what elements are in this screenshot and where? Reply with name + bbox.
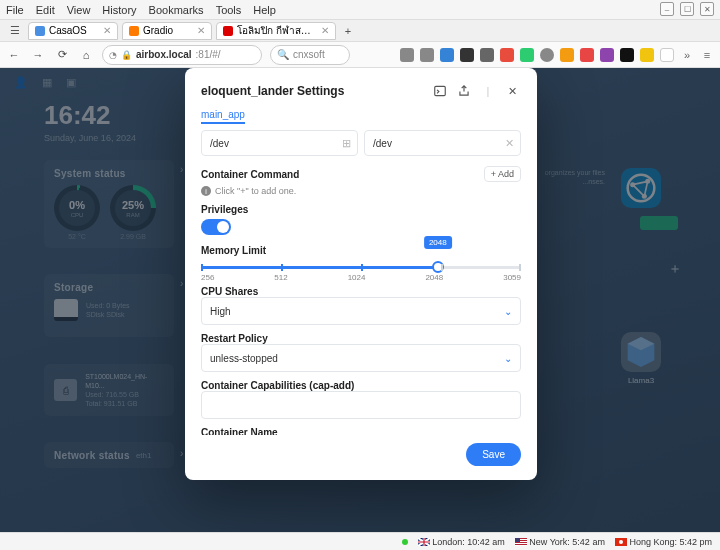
city-time: 10:42 am xyxy=(467,537,505,547)
window-close-button[interactable]: ✕ xyxy=(700,2,714,16)
extension-icons: » ≡ xyxy=(400,48,714,62)
extension-icon[interactable] xyxy=(480,48,494,62)
download-icon[interactable] xyxy=(400,48,414,62)
svg-rect-10 xyxy=(515,545,527,546)
window-maximize-button[interactable]: ☐ xyxy=(680,2,694,16)
memory-limit-slider[interactable]: 2048 256 512 1024 2048 3059 xyxy=(201,256,521,286)
clear-icon[interactable]: ✕ xyxy=(505,137,514,150)
tab-title: โอลิมปิก กีฬาสนามอินท์ ท่... xyxy=(237,23,317,38)
modal-header: eloquent_lander Settings | ✕ xyxy=(185,68,537,108)
input-value: /dev xyxy=(210,138,229,149)
cpu-shares-label: CPU Shares xyxy=(201,286,521,297)
window-minimize-button[interactable]: – xyxy=(660,2,674,16)
search-placeholder: cnxsoft xyxy=(293,49,325,60)
svg-rect-9 xyxy=(515,543,527,544)
ublock-icon[interactable] xyxy=(500,48,514,62)
favicon-icon xyxy=(35,26,45,36)
search-icon: 🔍 xyxy=(277,49,289,60)
divider: | xyxy=(479,82,497,100)
tab-close-icon[interactable]: ✕ xyxy=(197,25,205,36)
favicon-icon xyxy=(223,26,233,36)
download-tray-icon[interactable] xyxy=(420,48,434,62)
menu-bookmarks[interactable]: Bookmarks xyxy=(149,4,204,16)
extension-icon[interactable] xyxy=(520,48,534,62)
input-value: /dev xyxy=(373,138,392,149)
menu-edit[interactable]: Edit xyxy=(36,4,55,16)
select-value: High xyxy=(210,306,231,317)
nav-forward-button[interactable]: → xyxy=(30,47,46,63)
nav-back-button[interactable]: ← xyxy=(6,47,22,63)
city-time: 5:42 am xyxy=(572,537,605,547)
sidebar-toggle-icon[interactable]: ☰ xyxy=(6,23,24,39)
tab-casaos[interactable]: CasaOS ✕ xyxy=(28,22,118,40)
menu-tools[interactable]: Tools xyxy=(216,4,242,16)
extension-icon[interactable] xyxy=(560,48,574,62)
browser-tabstrip: ☰ CasaOS ✕ Gradio ✕ โอลิมปิก กีฬาสนามอิน… xyxy=(0,20,720,42)
hint-text: Click "+" to add one. xyxy=(215,186,296,196)
tab-close-icon[interactable]: ✕ xyxy=(321,25,329,36)
overflow-chevron-icon[interactable]: » xyxy=(680,48,694,62)
privileges-label: Privileges xyxy=(201,204,521,215)
url-input[interactable]: ◔ 🔒 airbox.local:81/#/ xyxy=(102,45,262,65)
device-row: /dev ⊞ /dev ✕ xyxy=(201,130,521,156)
tab-olympics[interactable]: โอลิมปิก กีฬาสนามอินท์ ท่... ✕ xyxy=(216,22,336,40)
tick-label: 512 xyxy=(274,273,287,282)
privileges-toggle[interactable] xyxy=(201,219,231,235)
slider-tick xyxy=(201,264,203,271)
extension-icon[interactable] xyxy=(440,48,454,62)
noscript-icon[interactable] xyxy=(540,48,554,62)
svg-rect-11 xyxy=(515,538,520,542)
nav-reload-button[interactable]: ⟳ xyxy=(54,47,70,63)
tab-close-icon[interactable]: ✕ xyxy=(103,25,111,36)
us-flag-icon xyxy=(515,538,527,546)
menu-file[interactable]: File xyxy=(6,4,24,16)
clear-icon[interactable]: ⊞ xyxy=(342,137,351,150)
slider-tick xyxy=(281,264,283,271)
tab-gradio[interactable]: Gradio ✕ xyxy=(122,22,212,40)
tick-label: 1024 xyxy=(348,273,366,282)
search-input[interactable]: 🔍 cnxsoft xyxy=(270,45,350,65)
menu-help[interactable]: Help xyxy=(253,4,276,16)
nav-home-button[interactable]: ⌂ xyxy=(78,47,94,63)
uk-flag-icon xyxy=(418,538,430,546)
ublock-origin-icon[interactable] xyxy=(580,48,594,62)
cpu-shares-select[interactable]: High ⌄ xyxy=(201,297,521,325)
shield-icon: ◔ xyxy=(109,50,117,60)
chevron-down-icon: ⌄ xyxy=(504,306,512,317)
extension-icon[interactable] xyxy=(600,48,614,62)
capabilities-label: Container Capabilities (cap-add) xyxy=(201,380,521,391)
dark-reader-icon[interactable] xyxy=(620,48,634,62)
modal-title: eloquent_lander Settings xyxy=(201,84,425,98)
device-left-input[interactable]: /dev ⊞ xyxy=(201,130,358,156)
app-menu-icon[interactable]: ≡ xyxy=(700,48,714,62)
container-command-hint: i Click "+" to add one. xyxy=(201,186,521,196)
menu-view[interactable]: View xyxy=(67,4,91,16)
menu-history[interactable]: History xyxy=(102,4,136,16)
tab-main-app[interactable]: main_app xyxy=(201,109,245,124)
new-tab-button[interactable]: + xyxy=(340,25,356,37)
device-right-input[interactable]: /dev ✕ xyxy=(364,130,521,156)
capabilities-input[interactable] xyxy=(201,391,521,419)
chevron-down-icon: ⌄ xyxy=(504,353,512,364)
modal-body: main_app /dev ⊞ /dev ✕ Container Command… xyxy=(185,108,537,435)
extension-icon[interactable] xyxy=(640,48,654,62)
restart-policy-select[interactable]: unless-stopped ⌄ xyxy=(201,344,521,372)
city-time: 5:42 pm xyxy=(679,537,712,547)
save-button[interactable]: Save xyxy=(466,443,521,466)
svg-point-13 xyxy=(619,540,623,544)
hk-flag-icon xyxy=(615,538,627,546)
terminal-icon[interactable] xyxy=(431,82,449,100)
container-command-label: Container Command xyxy=(201,169,484,180)
clock-hongkong: Hong Kong: 5:42 pm xyxy=(615,537,712,547)
city-label: New York: xyxy=(529,537,570,547)
add-command-button[interactable]: + Add xyxy=(484,166,521,182)
close-icon[interactable]: ✕ xyxy=(503,82,521,100)
lock-icon: 🔒 xyxy=(121,50,132,60)
clock-london: London: 10:42 am xyxy=(418,537,505,547)
city-label: Hong Kong: xyxy=(629,537,677,547)
export-icon[interactable] xyxy=(455,82,473,100)
reader-icon[interactable] xyxy=(460,48,474,62)
extension-icon[interactable] xyxy=(660,48,674,62)
tab-title: CasaOS xyxy=(49,25,99,36)
url-host: airbox.local xyxy=(136,49,192,60)
